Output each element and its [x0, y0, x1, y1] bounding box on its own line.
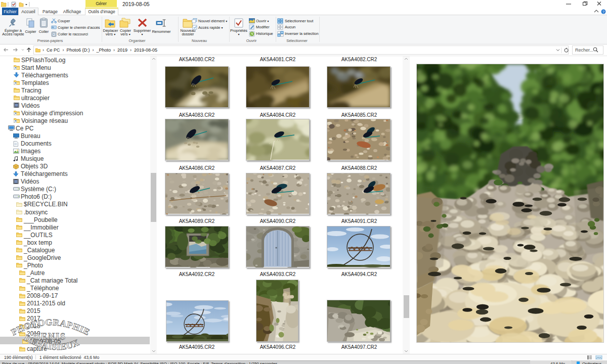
- svg-text:?: ?: [602, 10, 604, 14]
